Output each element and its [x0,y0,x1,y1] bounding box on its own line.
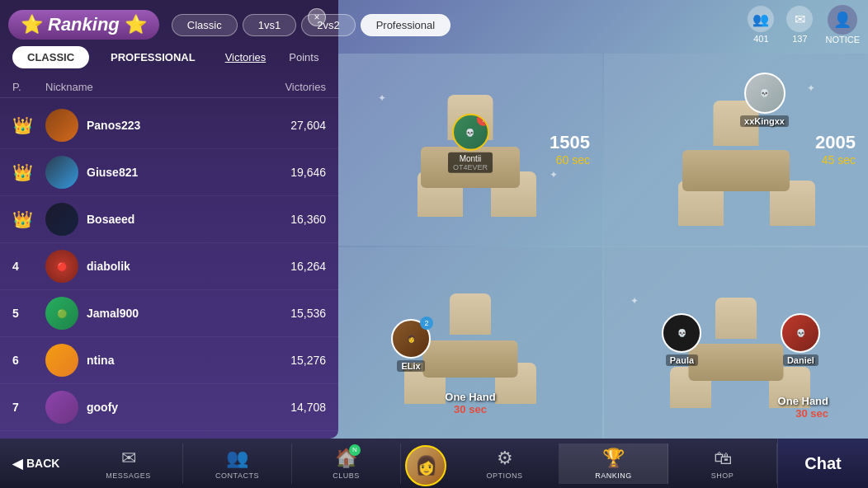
elix-name: ELix [397,360,424,372]
rank-score-6: 15,276 [260,354,326,367]
tab-2vs2[interactable]: 2vs2 [301,14,355,36]
game-table-3[interactable]: 👩 2 ELix One Hand 30 sec [338,247,602,439]
notice-icon: 👤 [828,5,857,35]
rank-name-7: goofy [87,401,260,414]
profile-avatar: 👩 [405,445,446,486]
xxkingxx-name: xxKingxx [740,115,789,127]
notice-button[interactable]: 👤 NOTICE [825,5,860,45]
game-table-4[interactable]: ✦ 💀 Paula 💀 Daniel One Hand 30 sec [604,247,868,439]
profile-center[interactable]: 👩 [401,443,451,484]
rank-avatar-7 [45,391,78,424]
ranking-title-badge: ⭐ Ranking ⭐ [8,10,159,40]
rank-pos-7: 7 [12,401,45,414]
ranking-label: RANKING [595,472,632,480]
messages-icon: ✉ [121,448,136,469]
table1-score: 1505 60 sec [550,132,590,167]
paula-name: Paula [666,354,698,366]
rank-pos-4: 4 [12,260,45,273]
rank-name-1: Panos223 [87,119,260,132]
ranking-panel: 👤 × CLASSIC PROFESSIONAL Victories Point… [0,0,338,439]
rank-score-1: 27,604 [260,119,326,132]
top-right-area: 👥 401 ✉ 137 👤 NOTICE [748,5,860,45]
tab-classic-panel[interactable]: CLASSIC [12,46,89,68]
rank-score-3: 16,360 [260,213,326,226]
rank-pos-3: 👑 [12,209,45,229]
messages-button[interactable]: ✉ 137 [786,6,813,44]
rank-avatar-2 [45,156,78,189]
rank-row-6[interactable]: 6 ntina 15,276 [0,337,338,384]
shop-icon: 🛍 [714,448,732,469]
tab-professional-panel[interactable]: PROFESSIONAL [96,46,210,68]
tab-1vs1[interactable]: 1vs1 [243,14,296,36]
table3-info: One Hand 30 sec [445,391,495,415]
contacts-icon: 👥 [226,448,248,469]
game-table-2[interactable]: ✦ 💀 xxKingxx 2005 45 sec [604,54,868,246]
col-position: P. [12,81,45,93]
nav-item-messages[interactable]: ✉ MESSAGES [74,443,183,484]
score-2005: 2005 [815,132,856,153]
montii-name: Montii [453,154,488,163]
nav-item-shop[interactable]: 🛍 SHOP [668,443,777,484]
rank-pos-6: 6 [12,354,45,367]
player-xxkingxx: 💀 xxKingxx [740,73,789,127]
table4-info: One Hand 30 sec [778,395,828,420]
ranking-icon: 🏆 [602,448,625,469]
rank-avatar-5: 🟢 [45,297,78,330]
ranking-title-text: Ranking [48,14,120,35]
messages-label: MESSAGES [106,472,151,480]
nav-item-options[interactable]: ⚙ OPTIONS [451,443,559,484]
rank-score-5: 15,536 [260,307,326,320]
bottom-nav: ◀ BACK ✉ MESSAGES 👥 cOntACTS 🏠 N CLUBS 👩… [0,439,868,488]
nav-item-clubs[interactable]: 🏠 N CLUBS [292,443,401,484]
col-nickname: Nickname [45,81,260,93]
rank-row-5[interactable]: 5 🟢 Jamal900 15,536 [0,290,338,337]
game-table-1[interactable]: ✦ ✦ 💀 ! Montii OT4EVER 1505 60 sec [338,54,602,246]
tab-victories[interactable]: Victories [217,46,275,68]
panel-tabs: CLASSIC PROFESSIONAL Victories Points [0,46,338,77]
rank-name-3: Bosaeed [87,213,260,226]
col-victories: Victories [260,81,326,93]
rank-score-4: 16,264 [260,260,326,273]
clubs-label: CLUBS [333,472,360,480]
ranking-list: 👑 Panos223 27,604 👑 Giuse821 19,646 👑 Bo… [0,98,338,439]
notification-badge: N [349,444,361,456]
friends-count: 401 [753,34,768,44]
player-elix: 👩 2 ELix [391,319,431,372]
back-button[interactable]: ◀ BACK [0,456,74,472]
top-bar: ⭐ Ranking ⭐ Classic 1vs1 2vs2 Profession… [0,0,868,49]
options-label: OPTIONS [486,472,522,480]
player-montii: 💀 ! Montii OT4EVER [448,114,493,173]
rank-row-3[interactable]: 👑 Bosaeed 16,360 [0,196,338,243]
nav-item-contacts[interactable]: 👥 cOntACTS [183,443,292,484]
friends-button[interactable]: 👥 401 [748,6,774,44]
contacts-label: cOntACTS [215,472,259,480]
nav-item-ranking[interactable]: 🏆 RANKING [559,443,668,484]
back-label: BACK [26,457,59,470]
back-arrow-icon: ◀ [12,456,22,472]
rank-row-2[interactable]: 👑 Giuse821 19,646 [0,149,338,196]
clubs-icon: 🏠 N [335,448,357,469]
chat-label: Chat [804,454,841,473]
rank-row-1[interactable]: 👑 Panos223 27,604 [0,102,338,149]
column-headers: P. Nickname Victories [0,77,338,98]
daniel-name: Daniel [783,354,818,366]
tab-points[interactable]: Points [281,46,327,68]
options-icon: ⚙ [497,448,513,469]
tab-professional[interactable]: Professional [361,14,451,36]
tab-classic[interactable]: Classic [172,14,238,36]
player-daniel: 💀 Daniel [781,313,820,366]
rank-name-6: ntina [87,354,260,367]
mode-tabs: Classic 1vs1 2vs2 Professional [172,14,451,36]
chat-button[interactable]: Chat [777,439,868,488]
player-paula: 💀 Paula [662,313,701,366]
messages-count: 137 [792,34,807,44]
rank-score-2: 19,646 [260,166,326,179]
notice-label: NOTICE [825,35,860,45]
rank-avatar-6 [45,344,78,377]
rank-name-2: Giuse821 [87,166,260,179]
rank-row-7[interactable]: 7 goofy 14,708 [0,384,338,431]
timer-45: 45 sec [815,153,856,167]
timer-60: 60 sec [550,153,590,167]
star-left-icon: ⭐ [21,14,43,35]
rank-row-4[interactable]: 4 🔴 diabolik 16,264 [0,243,338,290]
